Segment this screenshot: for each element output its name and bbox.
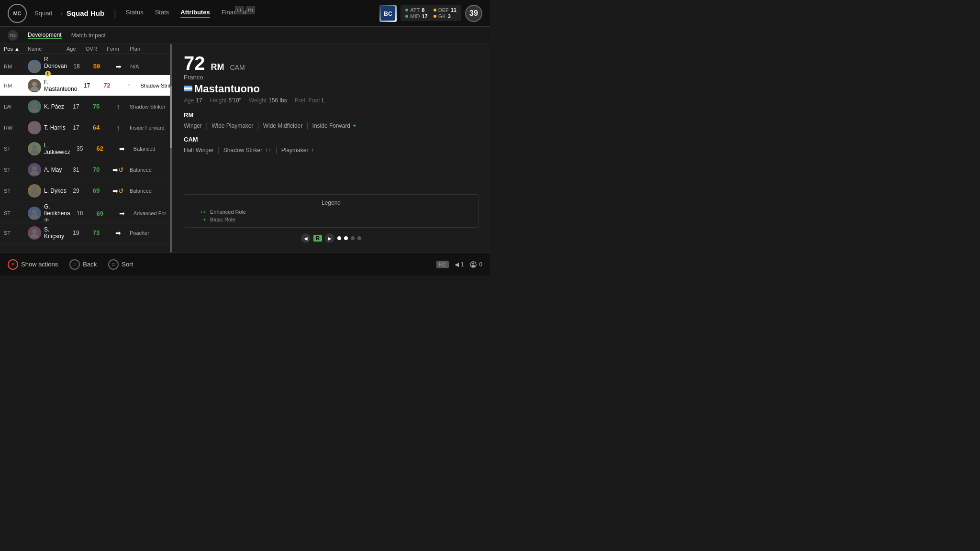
page-dot-1[interactable] [337,236,341,240]
legend-basic: + Basic Role [192,217,470,222]
player-age: 29 [67,187,86,194]
page-prev[interactable]: ◀ [301,233,311,243]
header-ovr[interactable]: OVR [86,46,107,52]
nav-status[interactable]: Status [126,9,144,18]
player-age: 19 [67,230,86,236]
att-dot [405,9,408,11]
tab-match-impact[interactable]: Match Impact [71,32,106,39]
team-badge: BC [379,5,397,22]
list-header: Pos ▲ Name Age OVR Form Plan [0,44,172,54]
player-row[interactable]: ST L. Dykes 29 69 ➡↺ Balanced [0,180,172,201]
rm-role-inside-forward: Inside Forward + [312,122,356,129]
player-form: ↑ [107,103,130,110]
player-ovr: 70 [86,166,107,173]
nav-attributes[interactable]: Attributes [180,9,210,18]
header-age[interactable]: Age [67,46,86,52]
player-info: T. Harris [28,121,67,134]
player-form: ➡ [111,145,134,153]
page-dot-3[interactable] [351,236,355,240]
controller-buttons: L1 R1 [235,6,255,14]
player-avatar [28,60,41,73]
player-row[interactable]: ST S. Kılıçsoy 19 73 ➡ Poacher [0,222,172,243]
r1-button[interactable]: R1 [246,6,255,14]
gk-dot [434,15,436,18]
player-age: 31 [67,166,86,173]
player-plan: Poacher [130,230,168,236]
nav-squad[interactable]: Squad [34,10,53,17]
player-ovr: 64 [86,124,107,131]
total-badge: 39 [465,5,482,22]
player-row[interactable]: RW T. Harris 17 64 ↑ Inside Forward [0,117,172,138]
nav-stats[interactable]: Stats [155,9,169,18]
rm-pos: RM [184,111,479,119]
page-dot-4[interactable] [357,236,361,240]
player-info: F. Mastantuono [28,79,77,92]
svg-point-4 [32,103,37,108]
back-label: Back [83,261,97,268]
def-dot [434,9,436,11]
scrollbar[interactable] [170,44,172,253]
player-meta: Age 17 Height 5'10" Weight 156 lbs Pref.… [184,97,325,104]
scout-icon: 👁 [44,217,49,223]
selected-pos: RM [211,62,224,72]
player-info: R. Donovan⬆ [28,56,67,77]
top-nav: MC Squad › Squad Hub | Status Stats Attr… [0,0,490,27]
player-row[interactable]: ST L. Jutkiewicz 35 62 ➡ Balanced [0,138,172,159]
player-ovr: 75 [86,103,107,110]
back-button[interactable]: ○ Back [69,259,97,270]
player-plan: Shadow Striker [130,104,168,110]
player-name: F. Mastantuono [44,79,77,92]
l1-button[interactable]: L1 [235,6,244,14]
player-name: L. Jutkiewicz [44,142,70,155]
page-r-label: R [313,235,322,242]
legend-title: Legend [192,199,470,206]
player-row[interactable]: LW K. Páez 17 75 ↑ Shadow Striker [0,96,172,117]
cam-role-list: Half Winger | Shadow Striker ++ | Playma… [184,146,479,154]
header-name[interactable]: Name [28,46,67,52]
player-pos: ST [4,167,28,173]
player-avatar [28,79,41,92]
show-actions-label: Show actions [21,261,58,268]
player-row[interactable]: RM R. Donovan⬆ 18 59 ➡ N/A [0,54,172,75]
player-row[interactable]: ST A. May 31 70 ➡↺ Balanced [0,159,172,180]
player-list: Pos ▲ Name Age OVR Form Plan RM R. Donov… [0,44,172,253]
header-form[interactable]: Form [107,46,130,52]
legend-basic-label: Basic Role [210,217,235,222]
player-detail-header: 72 RM CAM Franco Mastantuono Age 17 Heig… [184,54,479,104]
square-icon: □ [108,259,119,270]
player-age: 35 [70,145,89,152]
cam-pos: CAM [184,136,479,143]
circle-icon: ○ [69,259,80,270]
page-dot-2[interactable] [344,236,348,240]
nav-squad-hub[interactable]: Squad Hub [67,9,104,17]
player-pos: LW [4,104,28,110]
player-rows: RM R. Donovan⬆ 18 59 ➡ N/A RM [0,54,172,253]
tab-development[interactable]: Development [28,32,62,39]
age-val: 17 [196,97,202,104]
legend-section: Legend ++ Enhanced Role + Basic Role [184,194,479,228]
player-info: L. Jutkiewicz [28,142,70,155]
svg-point-3 [32,82,37,87]
header-pos[interactable]: Pos ▲ [4,46,28,52]
selected-firstname: Franco [184,74,325,81]
player-form: ↑ [117,82,140,89]
svg-point-5 [32,124,37,129]
r2-badge: R2 [436,261,449,268]
player-avatar [28,142,41,155]
pagination: ◀ R ▶ [184,233,479,243]
roles-section: RM Winger | Wide Playmaker | Wide Midfie… [184,111,479,194]
weight-val: 156 lbs [268,97,287,104]
player-row[interactable]: RM F. Mastantuono 17 72 ↑ Shadow Striker [0,75,172,96]
sort-button[interactable]: □ Sort [108,259,133,270]
svg-point-2 [32,63,37,67]
show-actions-button[interactable]: ✕ Show actions [8,259,58,270]
player-row[interactable]: ST G. Ilenikhena👁 18 69 ➡ Advanced For..… [0,201,172,222]
player-name: S. Kılıçsoy [44,226,67,240]
header-plan[interactable]: Plan [130,46,168,52]
player-age: 17 [67,124,86,131]
cam-role-shadow-striker: Shadow Striker ++ [223,147,272,154]
right-panel: 72 RM CAM Franco Mastantuono Age 17 Heig… [172,44,490,253]
player-ovr: 69 [86,187,107,194]
page-next[interactable]: ▶ [325,233,334,243]
cam-role-half-winger: Half Winger [184,147,214,154]
